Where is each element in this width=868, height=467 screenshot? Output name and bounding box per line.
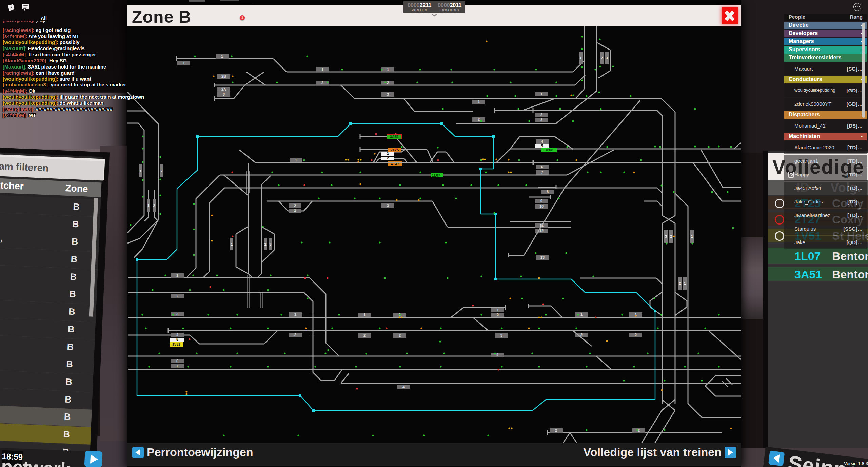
svg-text:2: 2 [264, 242, 266, 246]
svg-text:2T25: 2T25 [390, 148, 399, 152]
svg-text:1: 1 [540, 92, 542, 96]
svg-text:6: 6 [176, 359, 178, 363]
svg-text:7: 7 [176, 364, 178, 368]
svg-text:1: 1 [183, 61, 185, 65]
svg-text:1: 1 [295, 158, 297, 162]
svg-text:1V51: 1V51 [172, 343, 180, 346]
svg-text:13: 13 [540, 255, 545, 259]
svg-text:3: 3 [387, 203, 389, 208]
svg-text:3A51: 3A51 [390, 135, 399, 139]
svg-text:5: 5 [541, 144, 543, 148]
svg-text:1: 1 [231, 242, 233, 246]
svg-text:1: 1 [387, 67, 389, 72]
svg-text:9: 9 [540, 199, 542, 203]
svg-text:4: 4 [496, 353, 499, 357]
svg-text:3: 3 [176, 312, 178, 316]
svg-text:1L07: 1L07 [432, 173, 440, 177]
svg-text:2: 2 [497, 313, 499, 317]
svg-text:1: 1 [478, 100, 480, 104]
svg-text:1: 1 [139, 169, 141, 173]
svg-text:10: 10 [539, 204, 544, 208]
svg-text:3: 3 [540, 118, 542, 122]
svg-text:2: 2 [294, 333, 296, 337]
svg-text:7: 7 [541, 170, 543, 174]
svg-text:2: 2 [580, 333, 583, 337]
svg-text:8: 8 [547, 190, 549, 194]
svg-text:1: 1 [580, 312, 583, 316]
svg-text:2: 2 [540, 113, 542, 117]
svg-text:3: 3 [223, 92, 225, 96]
svg-text:3P08: 3P08 [545, 148, 553, 152]
svg-text:2: 2 [679, 281, 681, 285]
svg-text:2: 2 [153, 203, 155, 208]
svg-text:2: 2 [387, 156, 389, 160]
svg-text:1: 1 [221, 54, 223, 58]
svg-text:2: 2 [160, 169, 162, 173]
svg-text:2: 2 [363, 333, 366, 337]
svg-text:2: 2 [600, 56, 603, 60]
svg-text:4: 4 [402, 385, 405, 389]
svg-text:3: 3 [294, 209, 296, 213]
svg-text:4: 4 [176, 333, 179, 337]
svg-text:2: 2 [387, 81, 389, 85]
svg-text:2: 2 [555, 428, 557, 432]
svg-text:2: 2 [399, 333, 401, 337]
svg-text:3: 3 [269, 242, 271, 246]
svg-text:1: 1 [321, 67, 323, 72]
svg-text:4: 4 [541, 139, 544, 143]
svg-text:1: 1 [294, 312, 296, 316]
svg-text:1: 1 [691, 234, 693, 238]
svg-text:2: 2 [478, 117, 480, 121]
svg-text:2: 2 [635, 333, 637, 337]
svg-text:2: 2 [670, 234, 672, 238]
svg-text:3: 3 [387, 92, 389, 96]
svg-text:2: 2 [321, 81, 323, 85]
svg-text:3: 3 [665, 234, 667, 238]
svg-text:2: 2 [294, 203, 296, 208]
svg-text:1: 1 [147, 203, 149, 208]
svg-text:2B: 2B [221, 74, 226, 78]
svg-text:1: 1 [176, 273, 178, 277]
svg-text:6: 6 [541, 165, 543, 169]
svg-text:1: 1 [684, 281, 686, 285]
svg-text:2: 2 [176, 294, 178, 298]
svg-text:2A: 2A [221, 87, 226, 91]
svg-text:1: 1 [363, 313, 366, 317]
svg-text:3: 3 [500, 333, 502, 337]
svg-text:3: 3 [606, 56, 608, 60]
svg-text:5: 5 [176, 337, 178, 342]
svg-text:1: 1 [579, 56, 581, 60]
svg-text:1: 1 [497, 308, 499, 312]
